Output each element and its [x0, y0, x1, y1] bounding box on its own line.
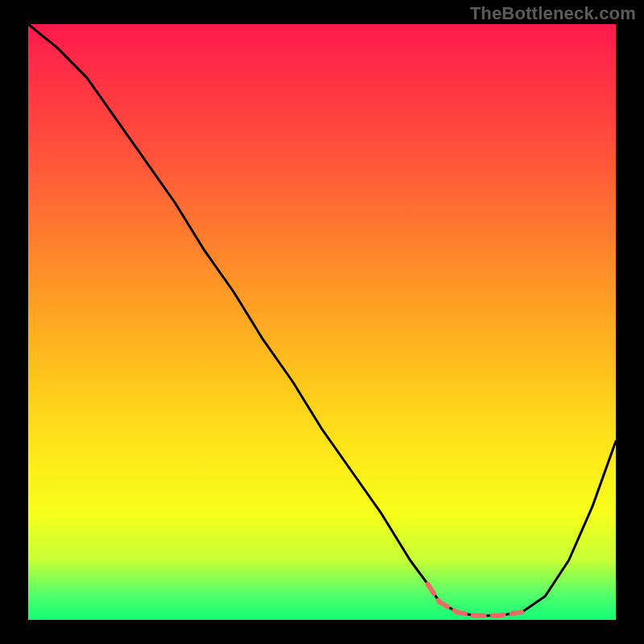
watermark-text: TheBottleneck.com [470, 3, 636, 24]
chart-svg [0, 0, 644, 644]
plot-background [28, 24, 616, 620]
bottleneck-chart [0, 0, 644, 644]
